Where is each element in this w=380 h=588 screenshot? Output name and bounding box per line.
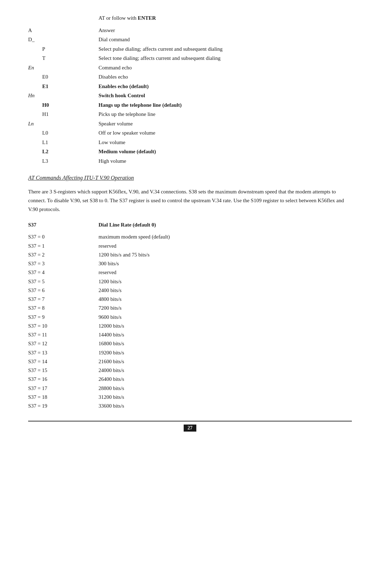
command-row: E0Disables echo xyxy=(28,73,352,81)
s37-cmd: S37 = 13 xyxy=(28,349,99,357)
s37-cmd: S37 = 12 xyxy=(28,340,99,348)
s37-cmd: S37 = 10 xyxy=(28,322,99,330)
command-table: AAnswerD_Dial commandPSelect pulse diali… xyxy=(28,26,352,165)
s37-row: S37 = 1reserved xyxy=(28,242,352,250)
page-number: 27 xyxy=(184,425,196,432)
s37-row: S37 = 51200 bits/s xyxy=(28,278,352,286)
s37-desc: 21600 bits/s xyxy=(99,358,352,366)
s37-cmd: S37 = 18 xyxy=(28,393,99,401)
s37-cmd: S37 = 5 xyxy=(28,278,99,286)
s37-cmd: S37 = 8 xyxy=(28,304,99,312)
s37-cmd: S37 = 4 xyxy=(28,268,99,277)
s37-row: S37 = 1421600 bits/s xyxy=(28,358,352,366)
s37-desc: 1200 bits/s xyxy=(99,278,352,286)
s37-desc: 9600 bits/s xyxy=(99,313,352,321)
s37-row: S37 = 1626400 bits/s xyxy=(28,375,352,383)
at-header-row: AT or follow with ENTER xyxy=(28,14,352,22)
s37-row: S37 = 1831200 bits/s xyxy=(28,393,352,401)
s37-desc: 31200 bits/s xyxy=(99,393,352,401)
at-label: AT xyxy=(99,15,105,21)
s37-desc: 26400 bits/s xyxy=(99,375,352,383)
command-description: Select pulse dialing; affects current an… xyxy=(99,45,352,53)
command-row: HnSwitch hook Control xyxy=(28,92,352,100)
s37-desc: 1200 bits/s and 75 bits/s xyxy=(99,251,352,259)
at-cmd-label xyxy=(28,14,99,22)
s37-header-desc: Dial Line Rate (default 0) xyxy=(99,222,352,228)
s37-row: S37 = 1216800 bits/s xyxy=(28,340,352,348)
s37-row: S37 = 74800 bits/s xyxy=(28,295,352,303)
command-label: Ln xyxy=(28,120,99,128)
command-label: E0 xyxy=(28,73,99,81)
s37-row: S37 = 87200 bits/s xyxy=(28,304,352,312)
page-content: AT or follow with ENTER AAnswerD_Dial co… xyxy=(28,14,352,432)
command-label: D_ xyxy=(28,36,99,44)
command-description: Command echo xyxy=(99,64,352,72)
command-label: L0 xyxy=(28,129,99,137)
command-description: Speaker volume xyxy=(99,120,352,128)
command-label: T xyxy=(28,54,99,62)
s37-desc: 2400 bits/s xyxy=(99,286,352,295)
s37-cmd: S37 = 0 xyxy=(28,233,99,241)
s37-header-cmd: S37 xyxy=(28,222,99,228)
command-label: L3 xyxy=(28,157,99,165)
s37-row: S37 = 1933600 bits/s xyxy=(28,402,352,410)
command-description: Switch hook Control xyxy=(99,92,352,100)
s37-cmd: S37 = 11 xyxy=(28,331,99,339)
s37-cmd: S37 = 19 xyxy=(28,402,99,410)
command-description: Low volume xyxy=(99,138,352,147)
s37-desc: maximum modem speed (default) xyxy=(99,233,352,241)
s37-row: S37 = 0maximum modem speed (default) xyxy=(28,233,352,241)
s37-desc: 300 bits/s xyxy=(99,260,352,268)
command-description: Hangs up the telephone line (default) xyxy=(99,101,352,109)
s37-desc: 19200 bits/s xyxy=(99,349,352,357)
s37-row: S37 = 1012000 bits/s xyxy=(28,322,352,330)
s37-header-row: S37 Dial Line Rate (default 0) xyxy=(28,222,352,228)
command-row: E1Enables echo (default) xyxy=(28,82,352,91)
s37-row: S37 = 1319200 bits/s xyxy=(28,349,352,357)
section-heading: AT Commands Affecting ITU-T V.90 Operati… xyxy=(28,175,352,181)
s37-cmd: S37 = 7 xyxy=(28,295,99,303)
s37-row: S37 = 3300 bits/s xyxy=(28,260,352,268)
command-description: Enables echo (default) xyxy=(99,82,352,91)
command-row: D_Dial command xyxy=(28,36,352,44)
command-label: H0 xyxy=(28,101,99,109)
s37-row: S37 = 62400 bits/s xyxy=(28,286,352,295)
s37-row: S37 = 21200 bits/s and 75 bits/s xyxy=(28,251,352,259)
command-row: AAnswer xyxy=(28,26,352,35)
command-row: TSelect tone dialing; affects current an… xyxy=(28,54,352,62)
command-row: PSelect pulse dialing; affects current a… xyxy=(28,45,352,53)
s37-row: S37 = 1728800 bits/s xyxy=(28,384,352,392)
at-header-desc: AT or follow with ENTER xyxy=(99,14,352,22)
s37-cmd: S37 = 14 xyxy=(28,358,99,366)
s37-desc: 7200 bits/s xyxy=(99,304,352,312)
command-row: H1Picks up the telephone line xyxy=(28,110,352,118)
command-row: L3High volume xyxy=(28,157,352,165)
s37-cmd: S37 = 2 xyxy=(28,251,99,259)
command-label: En xyxy=(28,64,99,72)
s37-cmd: S37 = 9 xyxy=(28,313,99,321)
s37-cmd: S37 = 16 xyxy=(28,375,99,383)
s37-desc: reserved xyxy=(99,268,352,277)
command-description: High volume xyxy=(99,157,352,165)
s37-row: S37 = 1114400 bits/s xyxy=(28,331,352,339)
s37-row: S37 = 99600 bits/s xyxy=(28,313,352,321)
s37-desc: 24000 bits/s xyxy=(99,366,352,375)
s37-desc: 33600 bits/s xyxy=(99,402,352,410)
s37-row: S37 = 4reserved xyxy=(28,268,352,277)
command-label: L2 xyxy=(28,148,99,156)
command-description: Disables echo xyxy=(99,73,352,81)
command-label: P xyxy=(28,45,99,53)
s37-cmd: S37 = 15 xyxy=(28,366,99,375)
s37-desc: reserved xyxy=(99,242,352,250)
intro-paragraph: There are 3 S-registers which support K5… xyxy=(28,187,352,213)
command-label: H1 xyxy=(28,110,99,118)
command-row: L0Off or low speaker volume xyxy=(28,129,352,137)
s37-cmd: S37 = 6 xyxy=(28,286,99,295)
command-row: H0Hangs up the telephone line (default) xyxy=(28,101,352,109)
command-description: Dial command xyxy=(99,36,352,44)
command-description: Picks up the telephone line xyxy=(99,110,352,118)
page-footer: 27 xyxy=(28,421,352,432)
s37-row: S37 = 1524000 bits/s xyxy=(28,366,352,375)
command-description: Select tone dialing; affects current and… xyxy=(99,54,352,62)
command-row: L1Low volume xyxy=(28,138,352,147)
